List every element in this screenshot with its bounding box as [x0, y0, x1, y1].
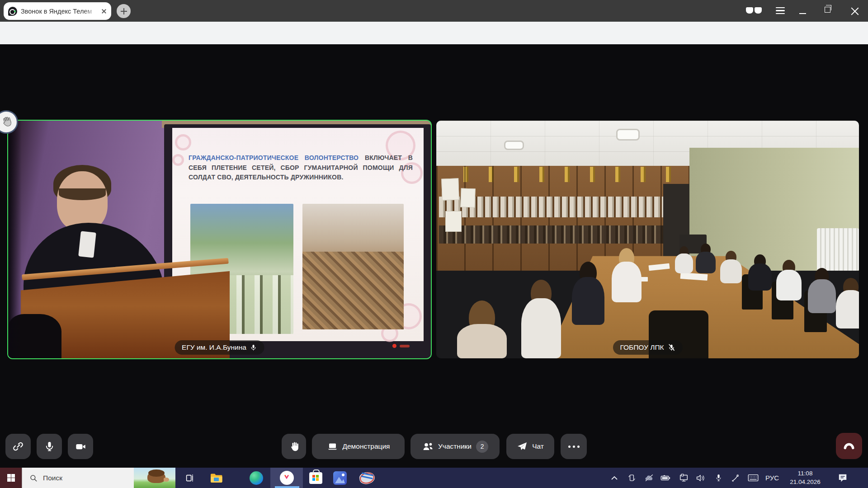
search-placeholder: Поиск — [43, 474, 62, 482]
ms-store-button[interactable] — [306, 468, 326, 488]
hang-up-button[interactable] — [836, 433, 862, 459]
notification-icon — [838, 473, 848, 483]
hedgehog-snout — [164, 478, 169, 482]
search-icon — [29, 474, 38, 482]
active-app-underline — [275, 486, 299, 488]
participant-figure — [696, 244, 716, 273]
task-view-button[interactable] — [180, 468, 200, 488]
new-tab-button[interactable] — [117, 4, 131, 18]
tray-microphone[interactable] — [711, 468, 726, 488]
window-minimize-button[interactable] — [799, 13, 806, 14]
tab-close-icon[interactable] — [101, 9, 107, 14]
video-tile-speaker[interactable]: ГРАЖДАНСКО-ПАТРИОТИЧЕСКОЕ ВОЛОНТЕРСТВО В… — [8, 121, 431, 358]
video-tile-classroom[interactable]: ГОБПОУ ЛПК — [436, 121, 859, 358]
rotation-lock-icon — [627, 474, 636, 482]
pen-icon — [731, 474, 740, 483]
raise-hand-button[interactable] — [282, 434, 306, 459]
language-indicator[interactable]: РУС — [762, 468, 782, 488]
ceiling-light — [504, 141, 524, 150]
yandex-browser-button-active[interactable] — [270, 468, 303, 488]
participants-icon — [422, 441, 434, 451]
radiator — [817, 228, 859, 271]
action-center-button[interactable] — [833, 468, 853, 488]
participant-figure — [808, 268, 836, 313]
clock[interactable]: 11:08 21.04.2026 — [780, 468, 830, 488]
battery-charging-icon — [660, 474, 670, 482]
window-restore-button[interactable] — [825, 7, 830, 13]
photos-app-button[interactable] — [330, 468, 350, 488]
tray-touch-keyboard[interactable] — [744, 468, 762, 488]
yandex-browser-icon — [280, 471, 294, 485]
participant-figure — [720, 251, 742, 283]
more-options-button[interactable] — [561, 434, 587, 459]
participant-figure — [612, 248, 642, 302]
windows-taskbar: Поиск — [0, 468, 868, 488]
microphone-button[interactable] — [37, 434, 62, 459]
edge-browser-button[interactable] — [246, 468, 266, 488]
window-close-button[interactable] — [851, 6, 859, 14]
tray-pen[interactable] — [727, 468, 743, 488]
participant-figure — [457, 300, 507, 358]
taskbar-search-box[interactable]: Поиск — [22, 468, 134, 488]
mic-icon — [44, 441, 55, 452]
store-icon — [309, 472, 322, 484]
certificate — [445, 211, 462, 232]
participant-figure — [675, 246, 693, 273]
ceiling-light — [616, 129, 640, 141]
participants-button[interactable]: Участники 2 — [410, 434, 500, 459]
chat-button[interactable]: Чат — [506, 434, 554, 459]
clock-date: 21.04.2026 — [790, 478, 821, 486]
share-screen-button[interactable]: Демонстрация — [312, 434, 405, 459]
telemost-call-area: ГРАЖДАНСКО-ПАТРИОТИЧЕСКОЕ ВОЛОНТЕРСТВО В… — [0, 44, 868, 468]
cabinet-panels — [436, 166, 689, 271]
participants-label: Участники — [438, 442, 472, 450]
participant-figure — [748, 254, 772, 291]
browser-address-row: telemost.yandex.ru Звонок в Яндекс Телем… — [0, 22, 868, 44]
camera-button[interactable] — [68, 434, 93, 459]
browser-tab[interactable]: Звонок в Яндекс Телем — [4, 2, 111, 20]
windows-logo-icon — [7, 474, 15, 482]
tray-battery[interactable] — [657, 468, 674, 488]
start-button[interactable] — [0, 468, 22, 488]
cloud-slash-icon — [644, 474, 654, 482]
speaker-head — [57, 171, 108, 231]
certificate — [441, 178, 459, 200]
participant-name: ГОБПОУ ЛПК — [620, 343, 664, 352]
file-explorer-button[interactable] — [206, 468, 226, 488]
bubble-decor — [175, 134, 191, 150]
photos-icon — [333, 471, 347, 485]
tray-chevron-button[interactable] — [607, 468, 622, 488]
send-plane-icon — [517, 441, 528, 452]
keyboard-icon — [748, 474, 759, 482]
plus-icon — [121, 8, 127, 14]
snipping-tool-button[interactable] — [357, 468, 377, 488]
share-screen-label: Демонстрация — [343, 442, 390, 450]
participant-name: ЕГУ им. И.А.Бунина — [182, 343, 246, 352]
participants-count-badge: 2 — [476, 441, 488, 453]
widgets-weather-thumbnail[interactable] — [134, 468, 175, 488]
chevron-up-icon — [611, 475, 618, 481]
tray-volume[interactable] — [693, 468, 709, 488]
tray-rotation-lock[interactable] — [624, 468, 639, 488]
ellipsis-icon — [568, 446, 580, 448]
binder-shelf-dark — [439, 225, 687, 244]
ethernet-display-icon — [679, 474, 689, 482]
incognito-glasses-icon[interactable] — [746, 7, 764, 14]
telemost-favicon — [8, 7, 17, 16]
hang-up-icon — [842, 439, 856, 453]
copy-link-button[interactable] — [5, 434, 31, 459]
language-code: РУС — [765, 474, 779, 482]
hedgehog-picture — [147, 471, 165, 483]
clock-time: 11:08 — [798, 469, 813, 478]
tray-network[interactable] — [675, 468, 692, 488]
hand-cursor-icon — [0, 115, 14, 130]
participant-figure — [521, 280, 561, 358]
slide-heading: ГРАЖДАНСКО-ПАТРИОТИЧЕСКОЕ ВОЛОНТЕРСТВО — [189, 154, 359, 161]
tray-onedrive-offline[interactable] — [641, 468, 656, 488]
laptop-icon — [327, 441, 338, 452]
edge-icon — [250, 471, 263, 485]
link-icon — [12, 441, 24, 452]
browser-menu-icon[interactable] — [776, 7, 785, 14]
camera-icon — [75, 441, 87, 453]
slide-text: ГРАЖДАНСКО-ПАТРИОТИЧЕСКОЕ ВОЛОНТЕРСТВО В… — [189, 153, 413, 183]
